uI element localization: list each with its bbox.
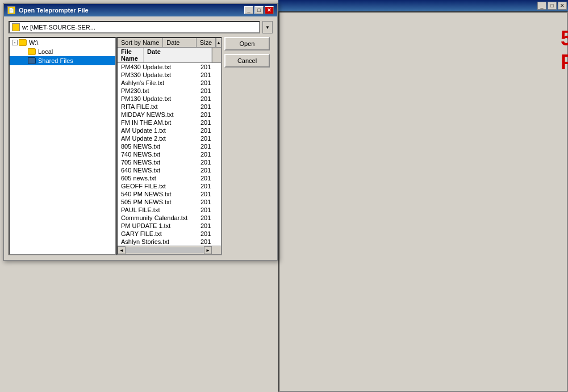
file-list-body[interactable]: PM430 Update.txt 2015 05/12 13:48 PM330 …	[118, 63, 221, 246]
bg-maximize-btn[interactable]: □	[548, 2, 557, 10]
file-name-cell: RITA FILE.txt	[118, 103, 197, 110]
file-name-cell: 505 PM NEWS.txt	[118, 199, 197, 205]
file-size-cell	[211, 143, 221, 150]
bg-minimize-btn[interactable]: _	[537, 2, 546, 10]
nav-folder-icon	[12, 23, 20, 31]
file-date-cell: 2015 05/12 08:38	[197, 119, 211, 126]
tree-toggle-drive[interactable]: -	[12, 40, 18, 45]
subcol-file-name: File Name	[118, 48, 144, 62]
file-date-cell: 2015 05/12 11:46	[197, 103, 211, 110]
file-name-cell: FM IN THE AM.txt	[118, 119, 197, 126]
file-row[interactable]: AM Update 1.txt 2015 05/12 08:28	[118, 127, 221, 134]
col-header-name[interactable]: Sort by Name	[118, 38, 163, 47]
file-name-cell: Community Calendar.txt	[118, 214, 197, 221]
file-name-cell: 740 NEWS.txt	[118, 151, 197, 158]
file-row[interactable]: Ashlyn Stories.txt 2015 05/06 10:36	[118, 238, 221, 246]
right-panel: Open Cancel	[224, 37, 273, 255]
vscroll-up-btn[interactable]: ▲	[216, 38, 221, 47]
tree-item-drive[interactable]: - W:\	[10, 38, 115, 47]
dialog-minimize-btn[interactable]: _	[244, 6, 253, 14]
file-size-cell	[211, 222, 221, 229]
file-size-cell	[211, 119, 221, 126]
title-buttons: _ □ ✕	[244, 6, 274, 14]
col-header-size[interactable]: Size	[197, 38, 216, 47]
file-size-cell	[211, 230, 221, 237]
nav-dropdown-btn[interactable]: ▼	[262, 21, 273, 33]
h-scroll-right-btn[interactable]: ►	[204, 246, 212, 254]
bg-close-btn[interactable]: ✕	[558, 2, 567, 10]
file-row[interactable]: AM Update 2.txt 2015 05/12 08:21	[118, 134, 221, 142]
file-name-cell: GEOFF FILE.txt	[118, 183, 197, 189]
file-size-cell	[211, 87, 221, 94]
nav-bar: w: [\MET-SOURCE-SER... ▼	[9, 21, 273, 33]
file-row[interactable]: PM UPDATE 1.txt 2015 05/08 12:32	[118, 222, 221, 230]
file-row[interactable]: FM IN THE AM.txt 2015 05/12 08:38	[118, 119, 221, 127]
file-row[interactable]: 805 NEWS.txt 2015 05/12 08:04	[118, 142, 221, 150]
h-scrollbar[interactable]: ◄ ►	[118, 246, 221, 254]
file-name-cell: 540 PM NEWS.txt	[118, 191, 197, 197]
file-row[interactable]: 640 NEWS.txt 2015 05/12 06:56	[118, 166, 221, 174]
file-size-cell	[211, 103, 221, 110]
main-content-area: - W:\ Local Shared Files	[9, 37, 273, 255]
file-row[interactable]: 540 PM NEWS.txt 2015 05/11 16:59	[118, 190, 221, 198]
file-size-cell	[211, 151, 221, 158]
file-row[interactable]: PM430 Update.txt 2015 05/12 13:48	[118, 63, 221, 71]
tree-pane[interactable]: - W:\ Local Shared Files	[9, 37, 116, 255]
col-header-date[interactable]: Date	[163, 38, 196, 47]
file-size-cell	[211, 95, 221, 102]
dialog-title-text: 📄 Open Teleprompter File	[7, 6, 89, 14]
file-row[interactable]: 740 NEWS.txt 2015 05/12 07:36	[118, 150, 221, 158]
file-row[interactable]: 605 news.txt 2015 05/12 05:55	[118, 174, 221, 182]
file-size-cell	[211, 183, 221, 189]
file-row[interactable]: RITA FILE.txt 2015 05/12 11:46	[118, 103, 221, 111]
file-list-header: Sort by Name Date Size ▲	[118, 38, 221, 48]
tree-folder-icon-local	[28, 48, 36, 55]
file-name-cell: 605 news.txt	[118, 175, 197, 182]
file-name-cell: AM Update 2.txt	[118, 135, 197, 142]
tree-item-shared-files[interactable]: Shared Files	[10, 56, 115, 65]
file-row[interactable]: PM230.txt 2015 05/12 12:17	[118, 87, 221, 95]
file-size-cell	[211, 111, 221, 118]
tree-item-label-shared: Shared Files	[38, 57, 73, 64]
file-date-cell: 2015 05/12 13:47	[197, 71, 211, 78]
file-row[interactable]: GEOFF FILE.txt 2015 05/11 18:04	[118, 182, 221, 190]
bg-title-bar: _ □ ✕	[278, 0, 568, 11]
file-date-cell: 2015 05/12 08:04	[197, 143, 211, 150]
dialog-close-btn[interactable]: ✕	[265, 6, 274, 14]
file-date-cell: 2015 05/11 18:04	[197, 183, 211, 189]
file-date-cell: 2015 05/12 08:21	[197, 135, 211, 142]
file-row[interactable]: 505 PM NEWS.txt 2015 05/11 16:09	[118, 198, 221, 206]
file-row[interactable]: PM130 Update.txt 2015 05/12 11:54	[118, 95, 221, 103]
file-date-cell: 2015 05/12 06:56	[197, 167, 211, 174]
file-row[interactable]: PAUL FILE.txt 2015 05/10 13:25	[118, 206, 221, 214]
h-scroll-track[interactable]	[126, 247, 204, 253]
file-name-cell: AM Update 1.txt	[118, 127, 197, 134]
dialog-maximize-btn[interactable]: □	[254, 6, 264, 14]
file-name-cell: MIDDAY NEWS.txt	[118, 111, 197, 118]
file-row[interactable]: PM330 Update.txt 2015 05/12 13:47	[118, 71, 221, 79]
file-name-cell: PM330 Update.txt	[118, 71, 197, 78]
file-date-cell: 2015 05/12 08:28	[197, 127, 211, 134]
file-date-cell: 2015 05/12 07:25	[197, 159, 211, 166]
open-button[interactable]: Open	[224, 37, 270, 50]
tree-item-label-drive: W:\	[29, 39, 38, 46]
file-size-cell	[211, 167, 221, 174]
file-row[interactable]: MIDDAY NEWS.txt 2015 05/12 11:43	[118, 111, 221, 119]
tree-item-local[interactable]: Local	[10, 47, 115, 56]
dialog-title-icon: 📄	[7, 6, 15, 14]
file-size-cell	[211, 238, 221, 245]
cancel-button[interactable]: Cancel	[224, 54, 270, 68]
nav-path[interactable]: w: [\MET-SOURCE-SER...	[9, 21, 260, 33]
file-row[interactable]: Ashlyn's File.txt 2015 05/12 13:40	[118, 79, 221, 87]
file-name-cell: GARY FILE.txt	[118, 230, 197, 237]
time-display: 54 PM	[561, 27, 568, 74]
file-date-cell: 2015 05/11 16:09	[197, 199, 211, 205]
file-row[interactable]: 705 NEWS.txt 2015 05/12 07:25	[118, 158, 221, 166]
file-size-cell	[211, 175, 221, 182]
h-scroll-left-btn[interactable]: ◄	[118, 246, 126, 254]
file-pane: Sort by Name Date Size ▲ File Name Date	[116, 37, 222, 255]
file-row[interactable]: Community Calendar.txt 2015 05/08 17:23	[118, 214, 221, 222]
dialog-body: w: [\MET-SOURCE-SER... ▼ - W:\ Local	[4, 16, 277, 260]
file-row[interactable]: GARY FILE.txt 2015 05/06 10:37	[118, 230, 221, 238]
dialog-title-bar: 📄 Open Teleprompter File _ □ ✕	[4, 4, 277, 16]
